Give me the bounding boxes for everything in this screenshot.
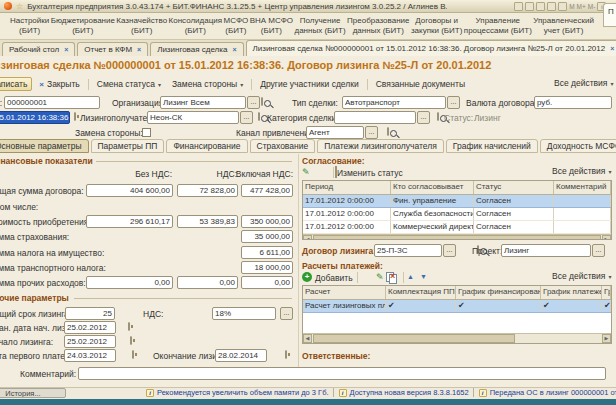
term-field[interactable]: 25 xyxy=(65,307,115,320)
calendar-icon[interactable] xyxy=(74,112,76,121)
move-up-icon[interactable]: ▲ xyxy=(407,273,414,280)
menu-item-nastroiki[interactable]: Настройки(БИТ) xyxy=(10,16,49,35)
print-icon[interactable] xyxy=(514,2,523,11)
memory-mminus-button[interactable]: M- xyxy=(588,3,596,10)
subtab-accrual-schedule[interactable]: График начислений xyxy=(446,139,538,153)
close-icon[interactable]: × xyxy=(232,46,236,53)
menu-item-konsolidacia[interactable]: Консолидация(БИТ) xyxy=(169,16,223,35)
column-header[interactable]: График финансирования xyxy=(456,286,541,299)
lessee-field[interactable]: Неон-СК xyxy=(147,111,239,124)
other-participants-button[interactable]: Другие участники сделки xyxy=(256,78,362,90)
plan-start-field[interactable]: 25.02.2012 xyxy=(64,321,116,334)
menu-item-dogovory[interactable]: Договоры изакупки (БИТ) xyxy=(411,16,462,35)
category-select-button[interactable]: ... xyxy=(417,111,430,124)
menu-item-kazna[interactable]: Казначейство(БИТ) xyxy=(116,16,167,35)
replace-party-button[interactable]: Замена стороны▾ xyxy=(168,78,247,90)
menu-item-vna-msfo[interactable]: ВНА МСФО(БИТ) xyxy=(250,16,293,35)
deal-type-select-button[interactable]: ... xyxy=(447,96,460,109)
favorites-star-icon[interactable]: ☆ xyxy=(16,2,23,11)
subtab-msfo-yield[interactable]: Доходность МСФО xyxy=(540,139,616,153)
edit-pencil-icon[interactable]: ✎ xyxy=(376,271,384,283)
related-documents-button[interactable]: Связанные документы xyxy=(372,78,469,90)
pp-cost-vat-field[interactable]: 53 389,83 xyxy=(177,215,238,228)
scrollbar-thumb[interactable] xyxy=(313,334,515,343)
star-shortcut-icon[interactable] xyxy=(536,2,545,11)
deal-type-field[interactable]: Автотранспорт xyxy=(342,96,446,109)
table-icon[interactable] xyxy=(558,2,567,11)
history-button[interactable]: История... xyxy=(0,388,66,398)
delete-icon[interactable]: × xyxy=(390,271,395,281)
column-header[interactable]: График платежей xyxy=(541,286,602,299)
calendar-icon[interactable] xyxy=(132,350,134,359)
calculations-all-actions-button[interactable]: Все действия▾ xyxy=(552,271,611,281)
other-expenses-novat-field[interactable]: 0,00 xyxy=(86,276,173,289)
subtab-payments[interactable]: Платежи лизингополучателя xyxy=(317,139,444,153)
organization-field[interactable]: Лизинг Всем xyxy=(160,96,246,109)
table-row[interactable]: 17.01.2012 0:00:00 Фин. управление Согла… xyxy=(303,195,611,208)
clipboard-icon[interactable] xyxy=(547,2,556,11)
subtab-pp-params[interactable]: Параметры ПП xyxy=(91,139,165,153)
memory-m-button[interactable]: M xyxy=(569,3,574,10)
lessee-search-icon[interactable] xyxy=(258,112,260,121)
total-amount-vat-field[interactable]: 72 828,00 xyxy=(177,184,238,197)
change-approval-status-button[interactable]: Изменить статус xyxy=(337,168,403,178)
menu-item-upravlenie-processami[interactable]: Управлениепроцессами (БИТ) xyxy=(464,16,532,35)
preview-icon[interactable] xyxy=(525,2,534,11)
menu-item-poluchenie[interactable]: Получениеданных (БИТ) xyxy=(294,16,345,35)
project-select-button[interactable]: ... xyxy=(592,244,605,257)
status-message[interactable]: iДоступна новая версия 8.3.8.1652 xyxy=(333,388,469,397)
channel-select-button[interactable]: ... xyxy=(365,126,378,139)
approval-all-actions-button[interactable]: Все действия▾ xyxy=(552,166,611,176)
move-down-icon[interactable]: ▼ xyxy=(420,273,427,280)
pp-cost-novat-field[interactable]: 296 610,17 xyxy=(86,215,173,228)
other-expenses-withvat-field[interactable]: 0,00 xyxy=(241,276,293,289)
tab-leasing-deal-active[interactable]: Лизинговая сделка №000000001 от 15.01.20… xyxy=(246,40,616,56)
column-header[interactable]: Расчет xyxy=(303,286,386,299)
vat-rate-field[interactable]: 18% xyxy=(212,307,276,320)
menu-item-preobrazovanie[interactable]: Преобразованиеданных (БИТ) xyxy=(347,16,409,35)
close-icon[interactable]: × xyxy=(610,45,614,52)
status-message[interactable]: iПередана ОС в лизинг 000000001 от 24.09… xyxy=(473,388,616,397)
table-row[interactable]: 17.01.2012 0:00:00 Служба безопасности С… xyxy=(303,208,611,221)
tab-leasing-deal-list[interactable]: Лизинговая сделка× xyxy=(150,42,243,56)
save-button[interactable]: Записать xyxy=(0,77,32,91)
replace-party-checkbox[interactable] xyxy=(142,128,151,137)
pp-cost-withvat-field[interactable]: 350 000,00 xyxy=(241,215,293,228)
leasing-end-field[interactable]: 28.02.2014 xyxy=(215,349,267,362)
contract-field[interactable]: 25-П-ЗС xyxy=(374,244,442,257)
column-header[interactable]: Кто согласовывает xyxy=(391,181,474,194)
menu-item-budget[interactable]: Бюджетирование(БИТ) xyxy=(51,16,115,35)
panel-splitter[interactable] xyxy=(298,154,299,370)
category-search-icon[interactable] xyxy=(437,112,439,121)
date-field[interactable]: 15.01.2012 16:38:36 xyxy=(0,111,70,124)
transport-tax-field[interactable]: 18 000,00 xyxy=(241,261,293,274)
edit-pencil-icon[interactable]: ✎ xyxy=(302,166,310,178)
scroll-right-icon[interactable]: ▶ xyxy=(602,334,611,343)
memory-mplus-button[interactable]: M+ xyxy=(577,3,586,10)
table-row[interactable]: 17.01.2012 0:00:00 Коммерческий директор… xyxy=(303,221,611,234)
column-header[interactable]: Гр xyxy=(602,286,611,299)
organization-search-icon[interactable] xyxy=(261,97,263,106)
leasing-start-field[interactable]: 25.02.2012 xyxy=(64,335,116,348)
organization-select-button[interactable]: ... xyxy=(247,96,260,109)
comment-field[interactable] xyxy=(78,367,606,380)
close-icon[interactable]: × xyxy=(64,46,68,53)
scroll-left-icon[interactable]: ◀ xyxy=(303,334,312,343)
subtab-main-params[interactable]: Основные параметры xyxy=(0,139,89,153)
first-payment-field[interactable]: 24.03.2012 xyxy=(64,349,116,362)
number-field[interactable]: 000000001 xyxy=(4,96,100,109)
tab-desktop[interactable]: Рабочий стол× xyxy=(2,42,75,56)
calendar-icon[interactable] xyxy=(285,350,287,359)
menu-item-upravlencheskiy-uchet[interactable]: Управленческийучет (БИТ) xyxy=(533,16,594,35)
all-actions-button[interactable]: Все действия▾ xyxy=(550,77,616,89)
column-header[interactable]: Статус xyxy=(474,181,554,194)
status-message[interactable]: iРекомендуется увеличить объем памяти до… xyxy=(146,388,329,397)
close-icon[interactable]: × xyxy=(137,46,141,53)
category-field[interactable] xyxy=(334,111,416,124)
scrollbar-thumb[interactable] xyxy=(313,235,601,240)
add-calculation-button[interactable]: Добавить xyxy=(315,273,353,283)
horizontal-scrollbar[interactable]: ◀ ▶ xyxy=(303,333,611,343)
scroll-left-icon[interactable]: ◀ xyxy=(303,235,312,240)
menu-item-msfo[interactable]: МСФО(БИТ) xyxy=(223,16,248,35)
add-icon[interactable]: + xyxy=(302,272,312,282)
